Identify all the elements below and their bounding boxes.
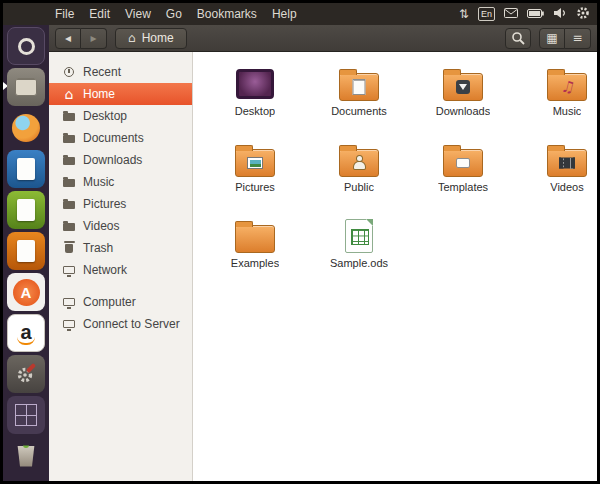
nav-button-group: ◂ ▸ <box>55 28 107 49</box>
back-arrow-icon: ◂ <box>65 32 71 44</box>
sidebar-item-connect-to-server[interactable]: Connect to Server <box>49 313 192 335</box>
menu-bookmarks[interactable]: Bookmarks <box>197 7 257 21</box>
file-item-templates[interactable]: Templates <box>411 141 515 205</box>
file-item-downloads[interactable]: Downloads <box>411 65 515 129</box>
workspace-switcher-icon[interactable] <box>7 396 45 434</box>
file-item-examples[interactable]: Examples <box>203 217 307 281</box>
sidebar-item-label: Computer <box>83 295 136 309</box>
back-button[interactable]: ◂ <box>55 28 81 49</box>
list-view-button[interactable]: ≡ <box>565 28 591 49</box>
launcher-slot: A <box>3 273 49 311</box>
folder-icon <box>62 153 76 167</box>
sidebar-item-label: Network <box>83 263 127 277</box>
search-button[interactable] <box>505 28 531 49</box>
menu-view[interactable]: View <box>125 7 151 21</box>
battery-icon[interactable] <box>527 7 544 21</box>
launcher-slot <box>3 150 49 188</box>
file-item-desktop[interactable]: Desktop <box>203 65 307 129</box>
breadcrumb[interactable]: ⌂ Home <box>115 28 187 49</box>
desktop-screen: File Edit View Go Bookmarks Help ⇅ En <box>0 0 600 484</box>
launcher-slot <box>3 109 49 147</box>
system-settings-icon[interactable] <box>7 355 45 393</box>
trash-icon[interactable] <box>7 437 45 475</box>
files-app-icon[interactable] <box>7 68 45 106</box>
sidebar-section-gap <box>49 281 192 291</box>
menu-file[interactable]: File <box>55 7 74 21</box>
launcher-slot <box>3 355 49 393</box>
sidebar-item-computer[interactable]: Computer <box>49 291 192 313</box>
file-item-videos[interactable]: Videos <box>515 141 600 205</box>
sidebar-item-pictures[interactable]: Pictures <box>49 193 192 215</box>
sidebar-item-desktop[interactable]: Desktop <box>49 105 192 127</box>
folder-videos-icon <box>545 141 589 179</box>
folder-documents-icon <box>337 65 381 103</box>
sidebar-item-label: Videos <box>83 219 119 233</box>
indicator-area: ⇅ En <box>459 6 597 23</box>
folder-public-icon <box>337 141 381 179</box>
launcher-slot <box>3 191 49 229</box>
sidebar-item-label: Music <box>83 175 114 189</box>
folder-downloads-icon <box>441 65 485 103</box>
file-item-music[interactable]: ♫ Music <box>515 65 600 129</box>
grid-view-button[interactable]: ▦ <box>539 28 565 49</box>
folder-icon <box>62 197 76 211</box>
file-item-public[interactable]: Public <box>307 141 411 205</box>
grid-view-icon: ▦ <box>546 32 557 44</box>
session-gear-icon[interactable] <box>576 6 590 23</box>
folder-music-icon: ♫ <box>545 65 589 103</box>
file-item-pictures[interactable]: Pictures <box>203 141 307 205</box>
launcher-slot <box>3 27 49 65</box>
launcher-slot <box>3 396 49 434</box>
sidebar-item-label: Connect to Server <box>83 317 180 331</box>
sidebar-item-music[interactable]: Music <box>49 171 192 193</box>
sidebar-item-videos[interactable]: Videos <box>49 215 192 237</box>
keyboard-layout-indicator[interactable]: En <box>478 7 495 21</box>
file-label: Pictures <box>235 181 275 193</box>
sidebar-item-label: Home <box>83 87 115 101</box>
dash-home-icon[interactable] <box>7 27 45 65</box>
sidebar-item-label: Pictures <box>83 197 126 211</box>
file-label: Examples <box>231 257 279 269</box>
spreadsheet-document-icon <box>337 217 381 255</box>
volume-icon[interactable] <box>553 7 567 22</box>
libreoffice-writer-icon[interactable] <box>7 150 45 188</box>
folder-templates-icon <box>441 141 485 179</box>
files-view[interactable]: Desktop Documents Downloads ♫ <box>193 52 600 481</box>
firefox-icon[interactable] <box>7 109 45 147</box>
launcher-slot <box>3 232 49 270</box>
trash-icon <box>62 241 76 255</box>
sidebar-item-label: Downloads <box>83 153 142 167</box>
sidebar-item-label: Recent <box>83 65 121 79</box>
amazon-icon[interactable]: a <box>7 314 45 352</box>
sync-arrows-icon[interactable]: ⇅ <box>459 8 469 20</box>
menu-help[interactable]: Help <box>272 7 297 21</box>
global-menubar: File Edit View Go Bookmarks Help ⇅ En <box>3 3 597 25</box>
sidebar-item-recent[interactable]: Recent <box>49 61 192 83</box>
sidebar-item-documents[interactable]: Documents <box>49 127 192 149</box>
mail-icon[interactable] <box>504 7 518 21</box>
file-manager-window: ◂ ▸ ⌂ Home ▦ ≡ <box>49 25 597 481</box>
file-label: Public <box>344 181 374 193</box>
amazon-glyph: a <box>17 322 34 345</box>
menu-edit[interactable]: Edit <box>89 7 110 21</box>
sidebar-item-downloads[interactable]: Downloads <box>49 149 192 171</box>
file-label: Templates <box>438 181 488 193</box>
launcher-slot <box>3 437 49 475</box>
menu-go[interactable]: Go <box>166 7 182 21</box>
places-sidebar: Recent ⌂ Home Desktop Documents Download… <box>49 52 193 481</box>
file-label: Sample.ods <box>330 257 388 269</box>
sidebar-item-network[interactable]: Network <box>49 259 192 281</box>
sidebar-item-trash[interactable]: Trash <box>49 237 192 259</box>
view-button-group: ▦ ≡ <box>539 28 591 49</box>
file-label: Videos <box>550 181 583 193</box>
window-toolbar: ◂ ▸ ⌂ Home ▦ ≡ <box>49 25 597 52</box>
libreoffice-impress-icon[interactable] <box>7 232 45 270</box>
software-center-icon[interactable]: A <box>7 273 45 311</box>
folder-pictures-icon <box>233 141 277 179</box>
file-item-documents[interactable]: Documents <box>307 65 411 129</box>
libreoffice-calc-icon[interactable] <box>7 191 45 229</box>
sidebar-item-home[interactable]: ⌂ Home <box>49 83 192 105</box>
file-item-sample-ods[interactable]: Sample.ods <box>307 217 411 281</box>
forward-button[interactable]: ▸ <box>81 28 107 49</box>
unity-launcher: A a <box>3 25 49 481</box>
